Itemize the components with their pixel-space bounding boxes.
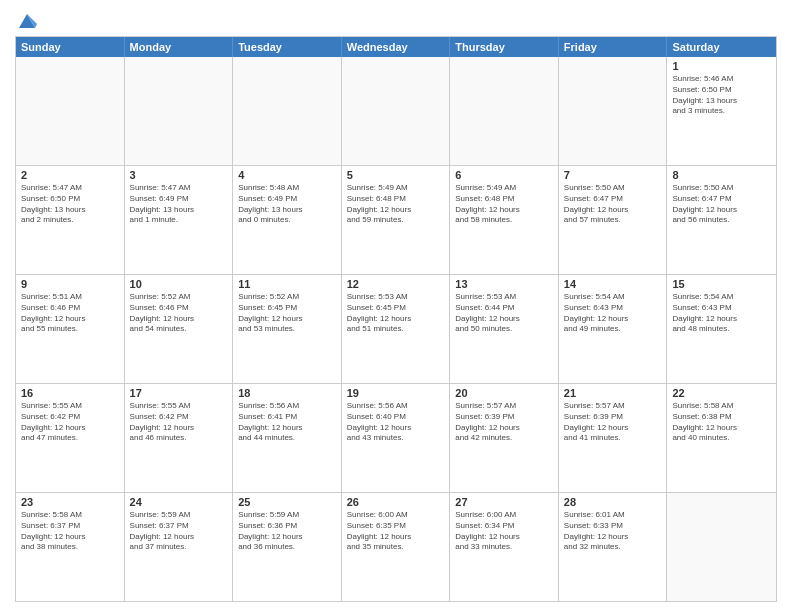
day-number: 2 (21, 169, 119, 181)
calendar-cell: 23Sunrise: 5:58 AM Sunset: 6:37 PM Dayli… (16, 493, 125, 601)
day-info: Sunrise: 5:58 AM Sunset: 6:37 PM Dayligh… (21, 510, 119, 553)
day-info: Sunrise: 5:57 AM Sunset: 6:39 PM Dayligh… (564, 401, 662, 444)
day-info: Sunrise: 5:56 AM Sunset: 6:40 PM Dayligh… (347, 401, 445, 444)
day-number: 4 (238, 169, 336, 181)
logo (15, 10, 37, 30)
day-info: Sunrise: 5:59 AM Sunset: 6:36 PM Dayligh… (238, 510, 336, 553)
calendar-cell: 20Sunrise: 5:57 AM Sunset: 6:39 PM Dayli… (450, 384, 559, 492)
calendar-row: 9Sunrise: 5:51 AM Sunset: 6:46 PM Daylig… (16, 275, 776, 384)
day-number: 28 (564, 496, 662, 508)
day-number: 23 (21, 496, 119, 508)
calendar-cell: 15Sunrise: 5:54 AM Sunset: 6:43 PM Dayli… (667, 275, 776, 383)
calendar-row: 2Sunrise: 5:47 AM Sunset: 6:50 PM Daylig… (16, 166, 776, 275)
weekday-header: Friday (559, 37, 668, 57)
calendar-cell: 6Sunrise: 5:49 AM Sunset: 6:48 PM Daylig… (450, 166, 559, 274)
calendar-cell (667, 493, 776, 601)
day-info: Sunrise: 5:59 AM Sunset: 6:37 PM Dayligh… (130, 510, 228, 553)
calendar-row: 16Sunrise: 5:55 AM Sunset: 6:42 PM Dayli… (16, 384, 776, 493)
day-info: Sunrise: 6:01 AM Sunset: 6:33 PM Dayligh… (564, 510, 662, 553)
day-number: 7 (564, 169, 662, 181)
day-info: Sunrise: 5:50 AM Sunset: 6:47 PM Dayligh… (672, 183, 771, 226)
calendar-cell (233, 57, 342, 165)
day-number: 5 (347, 169, 445, 181)
day-number: 20 (455, 387, 553, 399)
weekday-header: Thursday (450, 37, 559, 57)
day-number: 1 (672, 60, 771, 72)
day-info: Sunrise: 5:52 AM Sunset: 6:46 PM Dayligh… (130, 292, 228, 335)
day-number: 6 (455, 169, 553, 181)
day-info: Sunrise: 5:50 AM Sunset: 6:47 PM Dayligh… (564, 183, 662, 226)
calendar-cell: 18Sunrise: 5:56 AM Sunset: 6:41 PM Dayli… (233, 384, 342, 492)
calendar-cell (342, 57, 451, 165)
calendar-cell: 2Sunrise: 5:47 AM Sunset: 6:50 PM Daylig… (16, 166, 125, 274)
logo-icon (17, 10, 37, 30)
calendar-cell: 4Sunrise: 5:48 AM Sunset: 6:49 PM Daylig… (233, 166, 342, 274)
day-info: Sunrise: 5:47 AM Sunset: 6:50 PM Dayligh… (21, 183, 119, 226)
day-info: Sunrise: 5:56 AM Sunset: 6:41 PM Dayligh… (238, 401, 336, 444)
day-number: 19 (347, 387, 445, 399)
day-info: Sunrise: 5:53 AM Sunset: 6:44 PM Dayligh… (455, 292, 553, 335)
page: SundayMondayTuesdayWednesdayThursdayFrid… (0, 0, 792, 612)
calendar-cell: 11Sunrise: 5:52 AM Sunset: 6:45 PM Dayli… (233, 275, 342, 383)
calendar-cell: 9Sunrise: 5:51 AM Sunset: 6:46 PM Daylig… (16, 275, 125, 383)
calendar-cell: 22Sunrise: 5:58 AM Sunset: 6:38 PM Dayli… (667, 384, 776, 492)
calendar-cell: 27Sunrise: 6:00 AM Sunset: 6:34 PM Dayli… (450, 493, 559, 601)
day-info: Sunrise: 5:51 AM Sunset: 6:46 PM Dayligh… (21, 292, 119, 335)
day-info: Sunrise: 6:00 AM Sunset: 6:34 PM Dayligh… (455, 510, 553, 553)
day-number: 11 (238, 278, 336, 290)
day-info: Sunrise: 5:53 AM Sunset: 6:45 PM Dayligh… (347, 292, 445, 335)
calendar-row: 1Sunrise: 5:46 AM Sunset: 6:50 PM Daylig… (16, 57, 776, 166)
calendar-header: SundayMondayTuesdayWednesdayThursdayFrid… (16, 37, 776, 57)
day-info: Sunrise: 5:57 AM Sunset: 6:39 PM Dayligh… (455, 401, 553, 444)
calendar-cell: 13Sunrise: 5:53 AM Sunset: 6:44 PM Dayli… (450, 275, 559, 383)
weekday-header: Tuesday (233, 37, 342, 57)
calendar-cell (125, 57, 234, 165)
day-info: Sunrise: 5:47 AM Sunset: 6:49 PM Dayligh… (130, 183, 228, 226)
day-info: Sunrise: 5:48 AM Sunset: 6:49 PM Dayligh… (238, 183, 336, 226)
day-info: Sunrise: 5:49 AM Sunset: 6:48 PM Dayligh… (455, 183, 553, 226)
day-number: 25 (238, 496, 336, 508)
day-info: Sunrise: 5:58 AM Sunset: 6:38 PM Dayligh… (672, 401, 771, 444)
day-number: 10 (130, 278, 228, 290)
day-info: Sunrise: 6:00 AM Sunset: 6:35 PM Dayligh… (347, 510, 445, 553)
calendar-cell: 16Sunrise: 5:55 AM Sunset: 6:42 PM Dayli… (16, 384, 125, 492)
day-number: 14 (564, 278, 662, 290)
calendar-cell: 1Sunrise: 5:46 AM Sunset: 6:50 PM Daylig… (667, 57, 776, 165)
calendar-cell: 17Sunrise: 5:55 AM Sunset: 6:42 PM Dayli… (125, 384, 234, 492)
calendar-cell: 21Sunrise: 5:57 AM Sunset: 6:39 PM Dayli… (559, 384, 668, 492)
day-number: 21 (564, 387, 662, 399)
day-info: Sunrise: 5:54 AM Sunset: 6:43 PM Dayligh… (672, 292, 771, 335)
weekday-header: Monday (125, 37, 234, 57)
calendar-cell: 19Sunrise: 5:56 AM Sunset: 6:40 PM Dayli… (342, 384, 451, 492)
day-info: Sunrise: 5:49 AM Sunset: 6:48 PM Dayligh… (347, 183, 445, 226)
day-number: 17 (130, 387, 228, 399)
day-number: 18 (238, 387, 336, 399)
calendar-cell: 24Sunrise: 5:59 AM Sunset: 6:37 PM Dayli… (125, 493, 234, 601)
weekday-header: Saturday (667, 37, 776, 57)
calendar: SundayMondayTuesdayWednesdayThursdayFrid… (15, 36, 777, 602)
calendar-cell (450, 57, 559, 165)
day-number: 27 (455, 496, 553, 508)
day-number: 12 (347, 278, 445, 290)
day-number: 15 (672, 278, 771, 290)
calendar-cell: 28Sunrise: 6:01 AM Sunset: 6:33 PM Dayli… (559, 493, 668, 601)
day-info: Sunrise: 5:52 AM Sunset: 6:45 PM Dayligh… (238, 292, 336, 335)
day-info: Sunrise: 5:54 AM Sunset: 6:43 PM Dayligh… (564, 292, 662, 335)
calendar-cell: 14Sunrise: 5:54 AM Sunset: 6:43 PM Dayli… (559, 275, 668, 383)
day-number: 24 (130, 496, 228, 508)
calendar-cell: 8Sunrise: 5:50 AM Sunset: 6:47 PM Daylig… (667, 166, 776, 274)
calendar-cell: 7Sunrise: 5:50 AM Sunset: 6:47 PM Daylig… (559, 166, 668, 274)
day-number: 9 (21, 278, 119, 290)
weekday-header: Sunday (16, 37, 125, 57)
calendar-body: 1Sunrise: 5:46 AM Sunset: 6:50 PM Daylig… (16, 57, 776, 601)
calendar-row: 23Sunrise: 5:58 AM Sunset: 6:37 PM Dayli… (16, 493, 776, 601)
calendar-cell: 5Sunrise: 5:49 AM Sunset: 6:48 PM Daylig… (342, 166, 451, 274)
day-number: 22 (672, 387, 771, 399)
calendar-cell: 26Sunrise: 6:00 AM Sunset: 6:35 PM Dayli… (342, 493, 451, 601)
day-info: Sunrise: 5:46 AM Sunset: 6:50 PM Dayligh… (672, 74, 771, 117)
day-number: 13 (455, 278, 553, 290)
calendar-cell: 25Sunrise: 5:59 AM Sunset: 6:36 PM Dayli… (233, 493, 342, 601)
weekday-header: Wednesday (342, 37, 451, 57)
calendar-cell: 12Sunrise: 5:53 AM Sunset: 6:45 PM Dayli… (342, 275, 451, 383)
day-number: 16 (21, 387, 119, 399)
